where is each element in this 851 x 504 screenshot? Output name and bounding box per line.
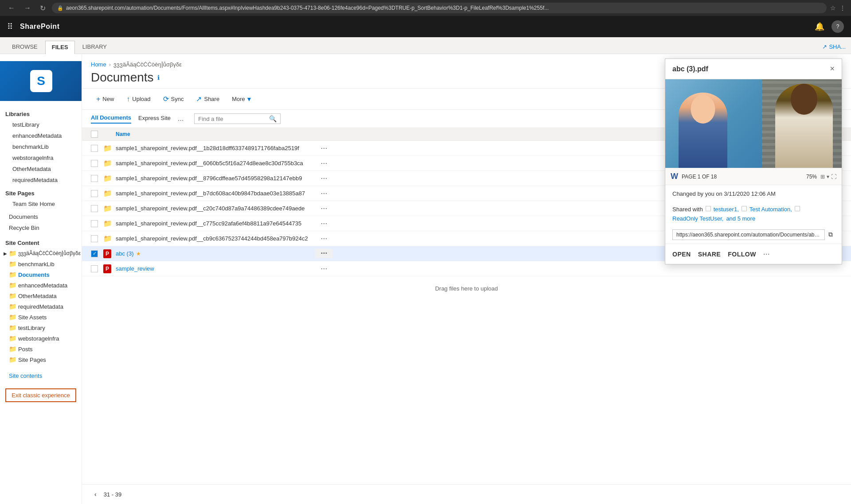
- bookmark-icon[interactable]: ☆: [830, 4, 836, 12]
- sidebar-item-documents[interactable]: Documents: [0, 211, 82, 222]
- sidebar-tree-enhanced[interactable]: 📁 enhancedMetadata: [0, 280, 82, 291]
- preview-url-field[interactable]: https://aeon365.sharepoint.com/automatio…: [672, 229, 825, 240]
- sidebar-site-contents[interactable]: Site contents: [0, 370, 82, 381]
- file-name[interactable]: sample1_sharepoint_review.pdf__c20c740d8…: [116, 205, 315, 212]
- file-name[interactable]: sample1_sharepoint_review.pdf__b7dc608ac…: [116, 190, 315, 197]
- upload-button[interactable]: ↑ Upload: [121, 93, 156, 106]
- row-more-button[interactable]: ···: [315, 189, 333, 198]
- row-more-button[interactable]: ···: [315, 219, 333, 228]
- row-more-button[interactable]: ···: [315, 204, 333, 213]
- row-checkbox-selected[interactable]: ✓: [91, 250, 103, 257]
- preview-close-button[interactable]: ×: [830, 64, 835, 74]
- row-checkbox[interactable]: [91, 235, 103, 242]
- checkbox[interactable]: [91, 175, 98, 182]
- sidebar-item-webstorage[interactable]: webstoragelnfra: [0, 152, 82, 163]
- row-more-button[interactable]: ···: [315, 143, 333, 153]
- row-more-button[interactable]: ···: [315, 174, 333, 183]
- row-checkbox[interactable]: [91, 265, 103, 272]
- browser-menu-button[interactable]: ⋮: [839, 4, 846, 12]
- file-name-review[interactable]: sample_review: [116, 265, 315, 272]
- sidebar-tree-othermetadata[interactable]: 📁 OtherMetadata: [0, 291, 82, 301]
- preview-copy-button[interactable]: ⧉: [827, 229, 835, 240]
- preview-share-button[interactable]: SHARE: [698, 251, 721, 258]
- sidebar-tree-posts[interactable]: 📁 Posts: [0, 344, 82, 354]
- checkbox-checked[interactable]: ✓: [91, 250, 98, 257]
- app-launcher-button[interactable]: ⠿: [7, 22, 13, 31]
- find-file-input[interactable]: [198, 116, 269, 122]
- checkbox[interactable]: [91, 190, 98, 197]
- file-name-abc[interactable]: abc (3) ★: [116, 250, 315, 257]
- row-checkbox[interactable]: [91, 205, 103, 212]
- name-column-header[interactable]: Name: [116, 131, 315, 137]
- more-button[interactable]: More ▾: [226, 92, 256, 106]
- user2-link[interactable]: Test Automation,: [750, 206, 792, 213]
- browser-refresh-button[interactable]: ↻: [37, 3, 48, 13]
- share-button[interactable]: ↗ Share: [191, 92, 225, 106]
- exit-classic-button[interactable]: Exit classic experience: [5, 388, 76, 402]
- tab-browse[interactable]: BROWSE: [5, 40, 44, 54]
- new-button[interactable]: + New: [91, 93, 119, 106]
- preview-view-more-icon[interactable]: ▾: [827, 174, 829, 180]
- browser-forward-button[interactable]: →: [21, 3, 34, 13]
- user3-link[interactable]: ReadOnly TestUser,: [672, 215, 723, 222]
- sidebar-item-enhancedmetadata[interactable]: enhancedMetadata: [0, 130, 82, 141]
- sidebar-item-testlibrary[interactable]: testLibrary: [0, 119, 82, 130]
- notification-bell-icon[interactable]: 🔔: [815, 22, 824, 31]
- sidebar-item-recycle-bin[interactable]: Recycle Bin: [0, 222, 82, 233]
- sidebar-tree-documents[interactable]: 📁 Documents: [0, 269, 82, 280]
- sidebar-tree-required[interactable]: 📁 requiredMetadata: [0, 301, 82, 312]
- checkbox[interactable]: [91, 145, 98, 152]
- page-title-info-icon[interactable]: ℹ: [157, 74, 160, 81]
- sidebar-tree-sitepages[interactable]: 📁 Site Pages: [0, 354, 82, 365]
- sidebar-tree-special[interactable]: ▶ 📁 ვვვäÃäąĊĉĊĊòèŋǀůσβγδε: [0, 248, 82, 259]
- tab-all-documents[interactable]: All Documents: [91, 114, 131, 124]
- check-all-box[interactable]: [91, 131, 98, 138]
- preview-fullscreen-icon[interactable]: ⛶: [831, 174, 836, 180]
- breadcrumb-home-link[interactable]: Home: [91, 61, 106, 68]
- pagination-prev-button[interactable]: ‹: [91, 489, 100, 500]
- checkbox[interactable]: [91, 220, 98, 227]
- user-avatar[interactable]: ?: [831, 20, 844, 33]
- row-checkbox[interactable]: [91, 145, 103, 152]
- preview-grid-view-icon[interactable]: ⊞: [820, 174, 825, 180]
- checkbox[interactable]: [91, 265, 98, 272]
- ribbon-share-button[interactable]: ↗ SHA...: [822, 43, 846, 50]
- checkbox[interactable]: [91, 160, 98, 167]
- checkbox[interactable]: [91, 235, 98, 242]
- sidebar-tree-siteassets[interactable]: 📁 Site Assets: [0, 312, 82, 322]
- file-name[interactable]: sample1_sharepoint_review.pdf__cb9c63675…: [116, 235, 315, 242]
- checkbox[interactable]: [91, 205, 98, 212]
- row-more-button-active[interactable]: ···: [315, 249, 333, 258]
- row-more-button[interactable]: ···: [315, 264, 333, 273]
- row-more-button[interactable]: ···: [315, 234, 333, 243]
- preview-follow-button[interactable]: FOLLOW: [728, 251, 756, 258]
- sidebar-item-team-site-home[interactable]: Team Site Home: [0, 198, 82, 209]
- sidebar-item-othermetadata[interactable]: OtherMetadata: [0, 163, 82, 174]
- file-name[interactable]: sample1_sharepoint_review.pdf__c775cc92a…: [116, 220, 315, 227]
- browser-back-button[interactable]: ←: [5, 3, 18, 13]
- find-file-search-icon[interactable]: 🔍: [269, 115, 277, 122]
- tab-files[interactable]: FILES: [45, 41, 75, 54]
- file-name[interactable]: sample1_sharepoint_review.pdf__6060b5c5f…: [116, 160, 315, 167]
- sidebar-tree-testlibrary[interactable]: 📁 testLibrary: [0, 322, 82, 333]
- user1-link[interactable]: testuser1,: [714, 206, 739, 213]
- and-more-link[interactable]: and 5 more: [726, 215, 755, 222]
- tab-library[interactable]: LIBRARY: [76, 40, 113, 54]
- sidebar-item-benchmarklib[interactable]: benchmarkLib: [0, 141, 82, 152]
- file-name[interactable]: sample1_sharepoint_review.pdf__8796cdffe…: [116, 175, 315, 182]
- sidebar-tree-webstorage[interactable]: 📁 webstoragelnfra: [0, 333, 82, 344]
- view-more-icon[interactable]: ...: [178, 115, 183, 123]
- row-more-button[interactable]: ···: [315, 159, 333, 168]
- tab-express-site[interactable]: Express Site: [138, 115, 171, 123]
- preview-action-more-icon[interactable]: ···: [763, 249, 770, 259]
- file-name[interactable]: sample1_sharepoint_review.pdf__1b28d18df…: [116, 145, 315, 151]
- sidebar-item-requiredmetadata[interactable]: requiredMetadata: [0, 174, 82, 186]
- row-checkbox[interactable]: [91, 220, 103, 227]
- sidebar-tree-benchmarklib[interactable]: 📁 benchmarkLib: [0, 259, 82, 269]
- row-checkbox[interactable]: [91, 190, 103, 197]
- row-checkbox[interactable]: [91, 160, 103, 167]
- address-bar[interactable]: 🔒 aeon365.sharepoint.com/automation/Docu…: [52, 3, 827, 13]
- row-checkbox[interactable]: [91, 175, 103, 182]
- sync-button[interactable]: ⟳ Sync: [158, 92, 189, 106]
- preview-open-button[interactable]: OPEN: [672, 251, 691, 258]
